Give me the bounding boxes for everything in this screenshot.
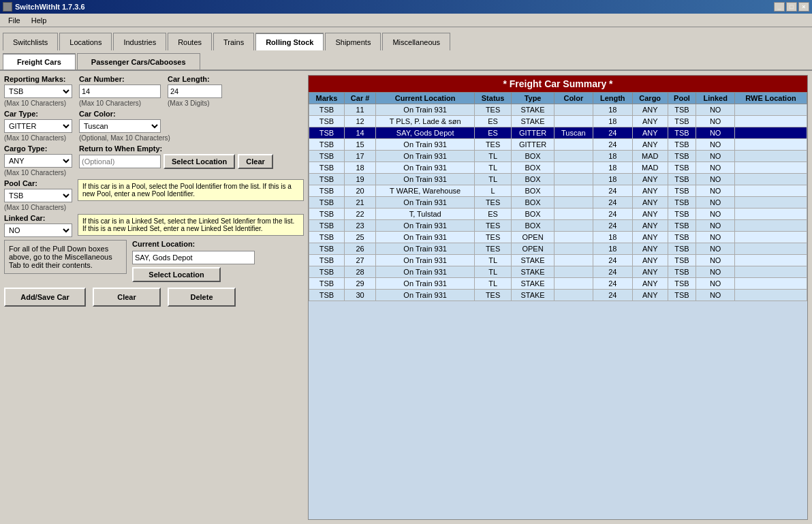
table-row[interactable]: TSB18On Train 931TLBOX18MADTSBNO (309, 162, 807, 174)
table-cell (554, 197, 593, 209)
table-cell: TES (475, 104, 512, 116)
linked-car-tooltip: If this car is in a Linked Set, select t… (78, 214, 304, 236)
table-row[interactable]: TSB23On Train 931TESBOX24ANYTSBNO (309, 220, 807, 232)
reporting-marks-select[interactable]: TSB (4, 84, 72, 98)
tab-routes[interactable]: Routes (168, 33, 212, 50)
table-row[interactable]: TSB25On Train 931TESOPEN18ANYTSBNO (309, 232, 807, 243)
tab-trains[interactable]: Trains (213, 33, 254, 50)
clear-btn-2[interactable]: Clear (93, 288, 161, 307)
return-when-empty-input[interactable] (79, 155, 161, 168)
linked-car-select[interactable]: NO (4, 224, 72, 237)
car-length-input[interactable] (168, 84, 222, 98)
car-color-label: Car Color: (79, 110, 170, 118)
table-cell: 29 (344, 278, 375, 290)
delete-btn[interactable]: Delete (168, 288, 236, 307)
table-row[interactable]: TSB22T, TulstadESBOX24ANYTSBNO (309, 209, 807, 220)
car-number-field: Car Number: (Max 10 Characters) (79, 75, 161, 107)
table-row[interactable]: TSB26On Train 931TESOPEN18ANYTSBNO (309, 243, 807, 255)
table-cell: 18 (593, 104, 632, 116)
table-cell: BOX (512, 197, 555, 209)
table-row[interactable]: TSB28On Train 931TLSTAKE24ANYTSBNO (309, 266, 807, 278)
select-location-btn-2[interactable]: Select Location (132, 267, 221, 282)
table-row[interactable]: TSB12T PLS, P. Lade & sønESSTAKE18ANYTSB… (309, 116, 807, 127)
table-cell: NO (696, 116, 735, 127)
add-save-btn[interactable]: Add/Save Car (4, 288, 86, 307)
current-location-input[interactable] (132, 251, 255, 264)
table-cell: On Train 931 (376, 104, 475, 116)
col-location: Current Location (376, 93, 475, 104)
table-cell (734, 243, 807, 255)
table-cell: TSB (309, 209, 345, 220)
table-cell: MAD (632, 162, 668, 174)
table-cell: TSB (309, 232, 345, 243)
subtab-freight-cars[interactable]: Freight Cars (3, 53, 76, 70)
menu-help[interactable]: Help (26, 16, 52, 25)
car-length-field: Car Length: (Max 3 Digits) (168, 75, 222, 107)
table-row[interactable]: TSB15On Train 931TESGITTER24ANYTSBNO (309, 139, 807, 151)
table-cell: ANY (632, 220, 668, 232)
tab-rolling-stock[interactable]: Rolling Stock (255, 33, 324, 50)
table-cell: GITTER (512, 139, 555, 151)
table-cell: ANY (632, 232, 668, 243)
table-row[interactable]: TSB27On Train 931TLSTAKE24ANYTSBNO (309, 255, 807, 266)
col-car: Car # (344, 93, 375, 104)
tab-switchlists[interactable]: Switchlists (3, 33, 58, 50)
table-row[interactable]: TSB20T WARE, WarehouseLBOX24ANYTSBNO (309, 185, 807, 197)
clear-btn-1[interactable]: Clear (238, 154, 273, 169)
tab-industries[interactable]: Industries (113, 33, 166, 50)
car-number-input[interactable] (79, 84, 161, 98)
cargo-type-select[interactable]: ANY (4, 154, 72, 168)
table-cell: ANY (632, 185, 668, 197)
menu-bar: File Help (0, 14, 812, 27)
col-pool: Pool (668, 93, 696, 104)
right-panel: * Freight Car Summary * Marks Car # Curr… (308, 75, 808, 520)
table-row[interactable]: TSB17On Train 931TLBOX18MADTSBNO (309, 151, 807, 162)
table-cell: 24 (593, 255, 632, 266)
current-location-section: Current Location: Select Location (132, 240, 255, 282)
table-cell: T PLS, P. Lade & søn (376, 116, 475, 127)
table-row[interactable]: TSB19On Train 931TLBOX18ANYTSBNO (309, 174, 807, 185)
table-cell (554, 104, 593, 116)
table-cell: Tuscan (554, 127, 593, 139)
pool-car-select[interactable]: TSB (4, 189, 72, 202)
minimize-button[interactable]: _ (774, 2, 785, 12)
table-cell: TSB (668, 127, 696, 139)
car-color-select[interactable]: Tuscan (79, 119, 161, 133)
subtab-passenger-cars[interactable]: Passenger Cars/Cabooses (77, 53, 200, 70)
table-cell (554, 278, 593, 290)
table-cell: TSB (668, 104, 696, 116)
car-number-label: Car Number: (79, 75, 161, 83)
table-cell: TSB (668, 220, 696, 232)
table-cell: 18 (593, 243, 632, 255)
table-cell: 19 (344, 174, 375, 185)
form-row-7: Add/Save Car Clear Delete (4, 288, 304, 307)
maximize-button[interactable]: □ (786, 2, 797, 12)
table-cell: TSB (668, 232, 696, 243)
close-button[interactable]: × (798, 2, 809, 12)
tab-shipments[interactable]: Shipments (325, 33, 381, 50)
table-cell: 18 (593, 232, 632, 243)
table-row[interactable]: TSB30On Train 931TESSTAKE24ANYTSBNO (309, 290, 807, 301)
table-row[interactable]: TSB21On Train 931TESBOX24ANYTSBNO (309, 197, 807, 209)
table-cell: On Train 931 (376, 174, 475, 185)
table-cell: TL (475, 266, 512, 278)
table-cell (734, 185, 807, 197)
table-cell: NO (696, 162, 735, 174)
select-location-btn-1[interactable]: Select Location (163, 154, 235, 169)
cargo-type-sublabel: (Max 10 Characters) (4, 169, 72, 176)
tab-miscellaneous[interactable]: Miscellaneous (382, 33, 450, 50)
table-cell: TSB (668, 266, 696, 278)
table-cell (554, 290, 593, 301)
pool-car-tooltip: If this car is in a Pool, select the Poo… (78, 179, 304, 201)
table-cell: TSB (309, 255, 345, 266)
table-cell: TSB (668, 116, 696, 127)
table-cell: ANY (632, 278, 668, 290)
table-row[interactable]: TSB29On Train 931TLSTAKE24ANYTSBNO (309, 278, 807, 290)
table-row[interactable]: TSB11On Train 931TESSTAKE18ANYTSBNO (309, 104, 807, 116)
table-row[interactable]: TSB14SAY, Gods DepotESGITTERTuscan24ANYT… (309, 127, 807, 139)
table-cell: 18 (593, 162, 632, 174)
car-type-select[interactable]: GITTER (4, 119, 72, 133)
table-cell: TES (475, 232, 512, 243)
tab-locations[interactable]: Locations (59, 33, 112, 50)
menu-file[interactable]: File (3, 16, 26, 25)
